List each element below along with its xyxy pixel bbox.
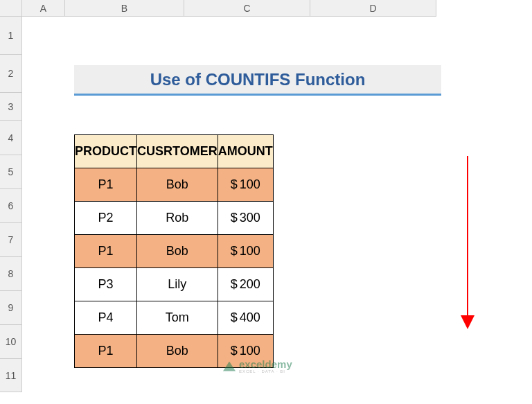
cell-product[interactable]: P1 (75, 235, 137, 268)
currency-symbol: $ (231, 344, 238, 358)
col-header-a[interactable]: A (22, 0, 65, 17)
cell-amount[interactable]: $100 (218, 235, 273, 268)
amount-value: 100 (240, 177, 260, 192)
row-header-4[interactable]: 4 (0, 121, 22, 155)
table-row: P1Bob$100 (75, 168, 274, 202)
table-row: P1Bob$100 (75, 235, 274, 268)
column-headers: A B C D (0, 0, 436, 17)
col-header-d[interactable]: D (310, 0, 436, 17)
row-header-10[interactable]: 10 (0, 325, 22, 359)
header-customer[interactable]: CUSRTOMER (137, 135, 218, 168)
cell-customer[interactable]: Bob (137, 235, 218, 268)
currency-symbol: $ (231, 310, 238, 325)
arrow-line (467, 156, 468, 315)
watermark: exceldemy EXCEL · DATA · BI (223, 359, 292, 374)
cell-amount[interactable]: $100 (218, 168, 273, 202)
cell-customer[interactable]: Bob (137, 335, 218, 368)
amount-value: 400 (240, 310, 260, 325)
header-amount[interactable]: AMOUNT (218, 135, 273, 168)
spreadsheet: A B C D 1 2 3 4 5 6 7 8 9 10 11 Use of C… (0, 0, 532, 404)
col-header-b[interactable]: B (65, 0, 184, 17)
cell-product[interactable]: P2 (75, 202, 137, 235)
table-row: P2Rob$300 (75, 202, 274, 235)
row-header-1[interactable]: 1 (0, 17, 22, 55)
down-arrow (454, 156, 481, 329)
row-header-3[interactable]: 3 (0, 93, 22, 121)
currency-symbol: $ (231, 211, 238, 225)
row-header-6[interactable]: 6 (0, 189, 22, 223)
cell-product[interactable]: P4 (75, 301, 137, 335)
watermark-text: exceldemy EXCEL · DATA · BI (239, 359, 292, 374)
cell-product[interactable]: P1 (75, 335, 137, 368)
header-product[interactable]: PRODUCT (75, 135, 137, 168)
cell-customer[interactable]: Bob (137, 168, 218, 202)
row-header-5[interactable]: 5 (0, 155, 22, 189)
table-row: P3Lily$200 (75, 268, 274, 301)
cell-customer[interactable]: Tom (137, 301, 218, 335)
currency-symbol: $ (231, 244, 238, 258)
cell-amount[interactable]: $400 (218, 301, 273, 335)
data-table: PRODUCT CUSRTOMER AMOUNT P1Bob$100P2Rob$… (74, 134, 274, 368)
arrow-head-icon (461, 315, 475, 329)
cell-product[interactable]: P3 (75, 268, 137, 301)
table-row: P4Tom$400 (75, 301, 274, 335)
row-header-11[interactable]: 11 (0, 359, 22, 392)
corner-spacer (0, 0, 22, 17)
currency-symbol: $ (231, 177, 238, 192)
cell-product[interactable]: P1 (75, 168, 137, 202)
watermark-main: exceldemy (239, 359, 292, 369)
currency-symbol: $ (231, 277, 238, 292)
row-header-2[interactable]: 2 (0, 55, 22, 93)
cell-amount[interactable]: $200 (218, 268, 273, 301)
amount-value: 200 (240, 277, 260, 292)
row-header-7[interactable]: 7 (0, 223, 22, 257)
cell-amount[interactable]: $300 (218, 202, 273, 235)
col-header-c[interactable]: C (184, 0, 310, 17)
amount-value: 300 (240, 211, 260, 225)
amount-value: 100 (240, 244, 260, 258)
cell-customer[interactable]: Lily (137, 268, 218, 301)
row-header-8[interactable]: 8 (0, 257, 22, 291)
page-title[interactable]: Use of COUNTIFS Function (74, 65, 441, 96)
cell-customer[interactable]: Rob (137, 202, 218, 235)
watermark-sub: EXCEL · DATA · BI (239, 369, 292, 374)
row-header-9[interactable]: 9 (0, 291, 22, 325)
watermark-icon (223, 362, 236, 371)
amount-value: 100 (240, 344, 260, 358)
table-header-row: PRODUCT CUSRTOMER AMOUNT (75, 135, 274, 168)
row-headers: 1 2 3 4 5 6 7 8 9 10 11 (0, 17, 22, 392)
